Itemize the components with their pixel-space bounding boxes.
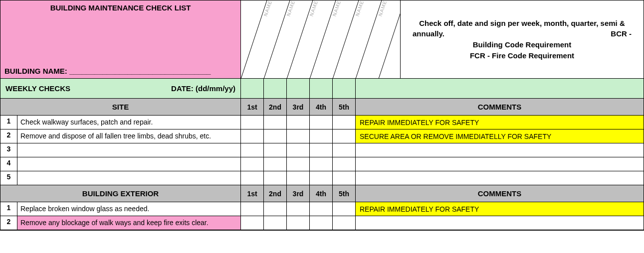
- column-header: 1st: [241, 185, 264, 202]
- column-header: 5th: [333, 185, 356, 202]
- comment-cell: [356, 157, 644, 171]
- comment-cell: REPAIR IMMEDIATELY FOR SAFETY: [356, 116, 644, 129]
- check-cell[interactable]: [333, 129, 356, 143]
- description-cell: [17, 157, 241, 171]
- description-cell: Replace broken window glass as needed.: [17, 202, 241, 216]
- comments-header: COMMENTS: [356, 185, 644, 202]
- check-cell[interactable]: [241, 202, 264, 216]
- row-number: 2: [0, 216, 17, 230]
- comments-header: COMMENTS: [356, 99, 644, 115]
- weekly-blank-4[interactable]: [310, 79, 333, 98]
- building-name-label: BUILDING NAME: _________________________…: [4, 67, 211, 75]
- description-cell: [17, 171, 241, 185]
- check-cell[interactable]: [241, 157, 264, 171]
- document-title: BUILDING MAINTENANCE CHECK LIST: [4, 3, 236, 12]
- description-cell: Remove any blockage of walk ways and kee…: [17, 216, 241, 230]
- section-header: BUILDING EXTERIOR1st2nd3rd4th5thCOMMENTS: [0, 185, 644, 202]
- check-cell[interactable]: [241, 116, 264, 129]
- section-title: BUILDING EXTERIOR: [0, 185, 241, 202]
- table-row: 2Remove any blockage of walk ways and ke…: [0, 216, 644, 230]
- weekly-blank-2[interactable]: [264, 79, 287, 98]
- table-row: 5: [0, 171, 644, 185]
- row-number: 3: [0, 143, 17, 157]
- info-line-2-left: annually.: [413, 28, 444, 39]
- table-row: 4: [0, 157, 644, 171]
- check-cell[interactable]: [264, 202, 287, 216]
- check-cell[interactable]: [287, 202, 310, 216]
- checklist-sheet: BUILDING MAINTENANCE CHECK LIST BUILDING…: [0, 0, 644, 231]
- column-header: 4th: [310, 99, 333, 115]
- info-line-3: Building Code Requirement: [413, 39, 632, 50]
- check-cell[interactable]: [310, 157, 333, 171]
- column-header: 1st: [241, 99, 264, 115]
- check-cell[interactable]: [241, 171, 264, 185]
- description-cell: Check walkway surfaces, patch and repair…: [17, 116, 241, 129]
- weekly-label: WEEKLY CHECKS: [5, 84, 171, 93]
- check-cell[interactable]: [287, 171, 310, 185]
- check-cell[interactable]: [241, 143, 264, 157]
- check-cell[interactable]: [287, 216, 310, 230]
- column-header: 3rd: [287, 99, 310, 115]
- date-label: DATE: (dd/mm/yy): [171, 84, 235, 93]
- row-number: 1: [0, 116, 17, 129]
- check-cell[interactable]: [310, 202, 333, 216]
- check-cell[interactable]: [264, 116, 287, 129]
- table-row: 3: [0, 143, 644, 157]
- comment-cell: REPAIR IMMEDIATELY FOR SAFETY: [356, 202, 644, 216]
- check-cell[interactable]: [333, 171, 356, 185]
- check-cell[interactable]: [287, 116, 310, 129]
- check-cell[interactable]: [241, 129, 264, 143]
- check-cell[interactable]: [264, 171, 287, 185]
- comment-cell: [356, 171, 644, 185]
- check-cell[interactable]: [333, 202, 356, 216]
- column-header: 3rd: [287, 185, 310, 202]
- info-line-4: FCR - Fire Code Requirement: [413, 50, 632, 61]
- check-cell[interactable]: [264, 143, 287, 157]
- check-cell[interactable]: [333, 116, 356, 129]
- weekly-blank-comments: [356, 79, 644, 98]
- check-cell[interactable]: [287, 129, 310, 143]
- check-cell[interactable]: [264, 157, 287, 171]
- check-cell[interactable]: [287, 157, 310, 171]
- table-row: 2Remove and dispose of all fallen tree l…: [0, 129, 644, 143]
- description-cell: Remove and dispose of all fallen tree li…: [17, 129, 241, 143]
- table-row: 1Replace broken window glass as needed.R…: [0, 202, 644, 216]
- svg-line-0: [241, 0, 267, 78]
- section-title: SITE: [0, 99, 241, 115]
- comment-cell: SECURE AREA OR REMOVE IMMEDIATELLY FOR S…: [356, 129, 644, 143]
- check-cell[interactable]: [310, 143, 333, 157]
- description-cell: [17, 143, 241, 157]
- info-line-2-right: BCR -: [611, 28, 632, 39]
- column-header: 2nd: [264, 99, 287, 115]
- header-row: BUILDING MAINTENANCE CHECK LIST BUILDING…: [0, 0, 644, 79]
- name-columns-header: NAME NAME NAME NAME NAME NAME: [241, 0, 401, 78]
- row-number: 2: [0, 129, 17, 143]
- title-box: BUILDING MAINTENANCE CHECK LIST BUILDING…: [0, 0, 241, 78]
- check-cell[interactable]: [310, 171, 333, 185]
- weekly-blank-1[interactable]: [241, 79, 264, 98]
- info-line-1: Check off, date and sign per week, month…: [413, 18, 632, 29]
- check-cell[interactable]: [264, 216, 287, 230]
- check-cell[interactable]: [310, 129, 333, 143]
- column-header: 4th: [310, 185, 333, 202]
- weekly-checks-row: WEEKLY CHECKS DATE: (dd/mm/yy): [0, 79, 644, 99]
- table-row: 1Check walkway surfaces, patch and repai…: [0, 116, 644, 129]
- weekly-blank-3[interactable]: [287, 79, 310, 98]
- section-header: SITE1st2nd3rd4th5thCOMMENTS: [0, 99, 644, 116]
- row-number: 1: [0, 202, 17, 216]
- check-cell[interactable]: [333, 157, 356, 171]
- instructions-box: Check off, date and sign per week, month…: [401, 0, 644, 78]
- check-cell[interactable]: [264, 129, 287, 143]
- weekly-blank-5[interactable]: [333, 79, 356, 98]
- row-number: 4: [0, 157, 17, 171]
- check-cell[interactable]: [333, 143, 356, 157]
- column-header: 2nd: [264, 185, 287, 202]
- check-cell[interactable]: [310, 116, 333, 129]
- column-header: 5th: [333, 99, 356, 115]
- check-cell[interactable]: [287, 143, 310, 157]
- check-cell[interactable]: [310, 216, 333, 230]
- comment-cell: [356, 216, 644, 230]
- comment-cell: [356, 143, 644, 157]
- check-cell[interactable]: [241, 216, 264, 230]
- check-cell[interactable]: [333, 216, 356, 230]
